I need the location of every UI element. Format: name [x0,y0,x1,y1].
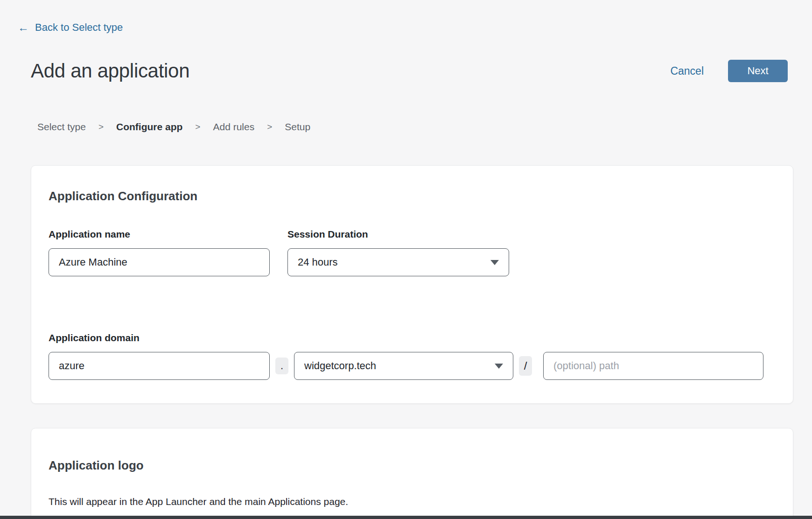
application-name-input[interactable] [49,248,270,276]
path-input[interactable] [543,352,763,380]
chevron-down-icon [490,260,499,265]
application-logo-title: Application logo [49,458,764,473]
add-application-page: ← Back to Select type Add an application… [0,0,812,519]
application-domain-label: Application domain [49,332,764,344]
chevron-down-icon [495,364,503,369]
application-domain-row: . widgetcorp.tech / [49,352,764,380]
cancel-button[interactable]: Cancel [670,65,704,77]
application-domain-field: Application domain . widgetcorp.tech / [49,332,764,380]
window-bottom-edge [0,516,812,519]
dot-separator: . [275,358,288,374]
back-link[interactable]: ← Back to Select type [18,21,123,34]
application-configuration-title: Application Configuration [49,189,764,203]
back-link-label: Back to Select type [35,21,123,34]
page-title: Add an application [31,60,189,82]
breadcrumb-step-add-rules[interactable]: Add rules [213,121,254,133]
breadcrumb-separator-icon: > [98,122,104,132]
name-session-row: Application name Session Duration 24 hou… [49,229,764,276]
breadcrumb-step-configure-app[interactable]: Configure app [116,121,182,133]
session-duration-label: Session Duration [287,229,509,240]
application-name-field: Application name [49,229,270,276]
application-logo-card: Application logo This will appear in the… [31,428,793,519]
session-duration-field: Session Duration 24 hours [287,229,509,276]
header-actions: Cancel Next [670,60,788,82]
session-duration-select[interactable]: 24 hours [287,248,509,276]
subdomain-input[interactable] [49,352,270,380]
next-button[interactable]: Next [728,60,788,82]
application-logo-description: This will appear in the App Launcher and… [49,496,764,507]
application-name-label: Application name [49,229,270,240]
page-header: Add an application Cancel Next [31,60,788,82]
slash-separator: / [519,356,532,376]
breadcrumb-separator-icon: > [267,122,272,132]
application-configuration-card: Application Configuration Application na… [31,165,793,404]
domain-select[interactable]: widgetcorp.tech [294,352,513,380]
session-duration-value: 24 hours [298,256,338,268]
breadcrumb-separator-icon: > [195,122,200,132]
breadcrumb-step-select-type[interactable]: Select type [37,121,86,133]
breadcrumb: Select type > Configure app > Add rules … [37,121,812,133]
breadcrumb-step-setup[interactable]: Setup [285,121,310,133]
back-arrow-icon: ← [18,22,29,33]
domain-select-value: widgetcorp.tech [304,360,376,372]
